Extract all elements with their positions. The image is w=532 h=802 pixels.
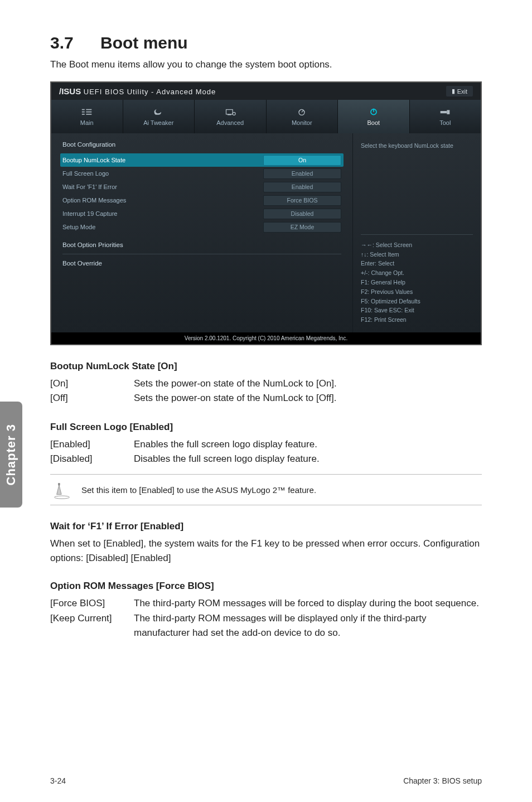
tab-main-label: Main bbox=[80, 119, 94, 126]
tab-tool[interactable]: Tool bbox=[410, 100, 481, 133]
exit-label: Exit bbox=[457, 88, 467, 95]
bios-utility-name: UEFI BIOS Utility - Advanced Mode bbox=[84, 88, 216, 96]
chapter-sidebar-label: Chapter 3 bbox=[4, 424, 18, 485]
bios-logo: /ISUS UEFI BIOS Utility - Advanced Mode bbox=[59, 86, 216, 96]
row-oprom-label: Option ROM Messages bbox=[62, 197, 263, 204]
tab-monitor[interactable]: Monitor bbox=[267, 100, 338, 133]
exit-icon: ▮ bbox=[452, 88, 455, 95]
tab-main[interactable]: Main bbox=[51, 100, 123, 133]
row-logo[interactable]: Full Screen Logo Enabled bbox=[62, 167, 341, 180]
row-int19-value[interactable]: Disabled bbox=[263, 209, 341, 219]
s4-k2: [Keep Current] bbox=[50, 611, 134, 641]
s2-k1: [Enabled] bbox=[50, 437, 134, 452]
help-key-c: Enter: Select bbox=[361, 259, 473, 268]
row-logo-label: Full Screen Logo bbox=[62, 170, 263, 177]
row-setup-value[interactable]: EZ Mode bbox=[263, 222, 341, 233]
svg-line-10 bbox=[302, 110, 303, 112]
help-key-e: F1: General Help bbox=[361, 278, 473, 287]
svg-point-8 bbox=[233, 112, 235, 115]
chapter-sidebar: Chapter 3 bbox=[0, 402, 22, 508]
help-description: Select the keyboard NumLock state bbox=[361, 141, 473, 151]
s1-k2: [Off] bbox=[50, 391, 134, 405]
s2-v1: Enables the full screen logo display fea… bbox=[134, 437, 482, 452]
svg-rect-1 bbox=[82, 112, 85, 113]
bios-footer: Version 2.00.1201. Copyright (C) 2010 Am… bbox=[51, 332, 481, 344]
advanced-icon bbox=[225, 108, 236, 117]
main-icon bbox=[81, 108, 93, 117]
s4-v1: The third-party ROM messages will be for… bbox=[134, 596, 482, 611]
svg-marker-16 bbox=[57, 485, 62, 495]
row-f1[interactable]: Wait For 'F1' If Error Enabled bbox=[62, 180, 341, 194]
tab-boot-label: Boot bbox=[367, 119, 380, 126]
svg-rect-7 bbox=[228, 114, 231, 115]
svg-rect-13 bbox=[441, 111, 447, 113]
help-key-h: F10: Save ESC: Exit bbox=[361, 306, 473, 315]
bios-window: /ISUS UEFI BIOS Utility - Advanced Mode … bbox=[50, 81, 482, 345]
s3-para: When set to [Enabled], the system waits … bbox=[50, 537, 482, 565]
note-text: Set this item to [Enabled] to use the AS… bbox=[81, 485, 316, 495]
bios-titlebar: /ISUS UEFI BIOS Utility - Advanced Mode … bbox=[51, 83, 481, 100]
svg-rect-17 bbox=[58, 483, 60, 485]
row-numlock[interactable]: Bootup NumLock State On bbox=[60, 153, 344, 167]
tab-tool-label: Tool bbox=[439, 119, 451, 126]
help-key-d: +/-: Change Opt. bbox=[361, 268, 473, 278]
sect-logo-title: Full Screen Logo [Enabled] bbox=[50, 422, 482, 433]
s1-v1: Sets the power-on state of the NumLock t… bbox=[134, 376, 482, 391]
svg-rect-6 bbox=[226, 109, 233, 114]
s2-v2: Disables the full screen logo display fe… bbox=[134, 452, 482, 466]
footer-left: 3-24 bbox=[50, 776, 66, 785]
boot-configuration-header: Boot Configuration bbox=[62, 141, 341, 148]
exit-button[interactable]: ▮ Exit bbox=[446, 86, 473, 96]
section-title: Boot menu bbox=[100, 33, 188, 52]
svg-rect-14 bbox=[447, 110, 450, 114]
boot-priorities-header: Boot Option Priorities bbox=[62, 241, 341, 248]
svg-rect-2 bbox=[82, 114, 85, 115]
sect-numlock-title: Bootup NumLock State [On] bbox=[50, 361, 482, 372]
pencil-icon bbox=[52, 480, 71, 499]
s1-k1: [On] bbox=[50, 376, 134, 391]
row-numlock-label: Bootup NumLock State bbox=[62, 157, 263, 163]
section-number: 3.7 bbox=[50, 33, 100, 52]
row-int19-label: Interrupt 19 Capture bbox=[62, 210, 263, 217]
row-int19[interactable]: Interrupt 19 Capture Disabled bbox=[62, 207, 341, 220]
tab-monitor-label: Monitor bbox=[292, 119, 312, 126]
tool-icon bbox=[439, 108, 451, 117]
row-oprom[interactable]: Option ROM Messages Force BIOS bbox=[62, 194, 341, 207]
help-key-i: F12: Print Screen bbox=[361, 315, 473, 325]
s1-v2: Sets the power-on state of the NumLock t… bbox=[134, 391, 482, 405]
page-title: 3.7Boot menu bbox=[50, 33, 482, 52]
boot-icon bbox=[368, 108, 379, 117]
tab-tweaker-label: Ai Tweaker bbox=[143, 119, 173, 126]
note-box: Set this item to [Enabled] to use the AS… bbox=[50, 474, 482, 505]
s4-k1: [Force BIOS] bbox=[50, 596, 134, 611]
page-footer: 3-24 Chapter 3: BIOS setup bbox=[50, 776, 482, 785]
svg-rect-4 bbox=[86, 112, 91, 113]
row-numlock-value[interactable]: On bbox=[263, 155, 341, 166]
tweaker-icon bbox=[153, 108, 164, 117]
help-key-g: F5: Optimized Defaults bbox=[361, 297, 473, 306]
sect-f1-title: Wait for ‘F1’ If Error [Enabled] bbox=[50, 521, 482, 532]
row-logo-value[interactable]: Enabled bbox=[263, 168, 341, 179]
monitor-icon bbox=[296, 108, 307, 117]
tab-tweaker[interactable]: Ai Tweaker bbox=[123, 100, 195, 133]
svg-point-15 bbox=[54, 496, 69, 499]
svg-rect-3 bbox=[86, 109, 91, 110]
tab-boot[interactable]: Boot bbox=[338, 100, 410, 133]
bios-divider bbox=[62, 254, 341, 254]
row-f1-label: Wait For 'F1' If Error bbox=[62, 183, 263, 190]
s4-v2: The third-party ROM messages will be dis… bbox=[134, 611, 482, 641]
sect-oprom-title: Option ROM Messages [Force BIOS] bbox=[50, 581, 482, 592]
bios-left-pane: Boot Configuration Bootup NumLock State … bbox=[51, 133, 352, 332]
tab-advanced-label: Advanced bbox=[216, 119, 244, 126]
row-setup-label: Setup Mode bbox=[62, 224, 263, 230]
tab-advanced[interactable]: Advanced bbox=[195, 100, 267, 133]
help-divider bbox=[361, 234, 473, 235]
svg-rect-5 bbox=[86, 114, 91, 115]
footer-right: Chapter 3: BIOS setup bbox=[403, 776, 482, 785]
intro-text: The Boot menu items allow you to change … bbox=[50, 59, 482, 70]
row-oprom-value[interactable]: Force BIOS bbox=[263, 195, 341, 206]
row-f1-value[interactable]: Enabled bbox=[263, 182, 341, 192]
row-setup[interactable]: Setup Mode EZ Mode bbox=[62, 220, 341, 234]
svg-rect-0 bbox=[82, 109, 85, 110]
help-key-a: →←: Select Screen bbox=[361, 240, 473, 250]
